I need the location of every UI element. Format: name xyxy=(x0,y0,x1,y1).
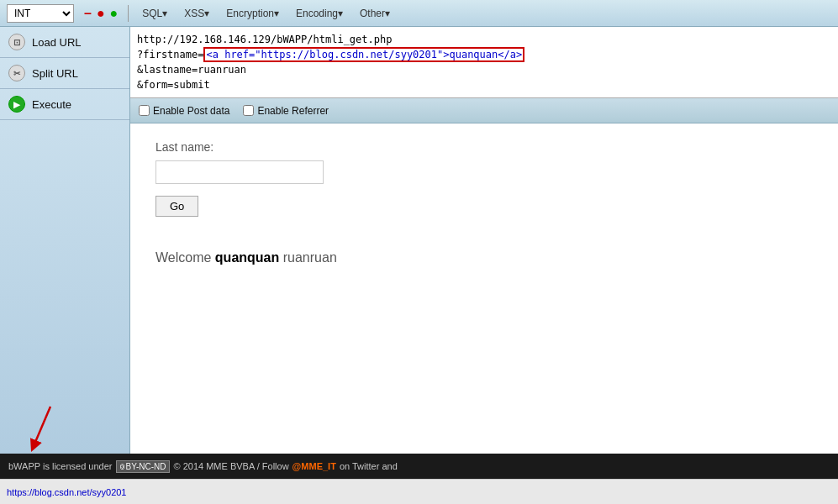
enable-referrer-text: Enable Referrer xyxy=(257,105,329,117)
enable-post-checkbox[interactable] xyxy=(139,105,150,116)
welcome-text: Welcome quanquan ruanruan xyxy=(155,250,813,265)
content-wrapper: http://192.168.146.129/bWAPP/htmli_get.p… xyxy=(130,27,838,454)
encryption-menu[interactable]: Encryption▾ xyxy=(223,6,282,21)
url-bar: http://192.168.146.129/bWAPP/htmli_get.p… xyxy=(130,27,838,98)
footer: bWAPP is licensed under 🄯 BY-NC-ND © 201… xyxy=(0,454,838,479)
execute-icon: ▶ xyxy=(8,96,25,113)
status-bar: https://blog.csdn.net/syy0201 xyxy=(0,479,838,504)
sidebar-item-load-url[interactable]: ⊡ Load URL xyxy=(0,27,129,58)
go-button[interactable]: Go xyxy=(155,196,198,217)
options-bar: Enable Post data Enable Referrer xyxy=(130,98,838,123)
url-line3: &lastname=ruanruan xyxy=(137,62,831,77)
url-highlight: <a href="https://blog.csdn.net/syy0201">… xyxy=(203,47,524,62)
dot-green-icon: ● xyxy=(110,6,119,21)
int-select[interactable]: INT STR xyxy=(7,4,74,23)
badge-nc-text: BY-NC-ND xyxy=(126,462,166,471)
footer-text2: © 2014 MME BVBA / Follow xyxy=(173,461,288,471)
footer-twitter-link[interactable]: @MME_IT xyxy=(293,461,336,471)
url-prefix: ?firstname= xyxy=(137,49,203,60)
lastname-input[interactable] xyxy=(155,160,324,184)
enable-post-text: Enable Post data xyxy=(153,105,229,117)
url-line2: ?firstname=<a href="https://blog.csdn.ne… xyxy=(137,47,831,62)
footer-license-badge: 🄯 BY-NC-ND xyxy=(116,460,171,473)
execute-label: Execute xyxy=(32,98,71,111)
sidebar-item-execute[interactable]: ▶ Execute xyxy=(0,89,129,120)
welcome-bold: quanquan xyxy=(215,250,279,265)
cc-icon: 🄯 xyxy=(120,462,124,471)
page-content: Last name: Go Welcome quanquan ruanruan xyxy=(130,123,838,454)
encoding-menu[interactable]: Encoding▾ xyxy=(293,6,346,21)
enable-post-label[interactable]: Enable Post data xyxy=(139,105,229,117)
sidebar-item-split-url[interactable]: ✂ Split URL xyxy=(0,58,129,89)
url-line1: http://192.168.146.129/bWAPP/htmli_get.p… xyxy=(137,32,831,47)
toolbar: INT STR – ● ● SQL▾ XSS▾ Encryption▾ Enco… xyxy=(0,0,838,27)
toolbar-divider xyxy=(128,5,129,22)
footer-text1: bWAPP is licensed under xyxy=(8,461,113,471)
load-url-icon: ⊡ xyxy=(8,34,25,50)
sql-menu[interactable]: SQL▾ xyxy=(139,6,171,21)
xss-menu[interactable]: XSS▾ xyxy=(181,6,213,21)
other-menu[interactable]: Other▾ xyxy=(356,6,393,21)
split-url-icon: ✂ xyxy=(8,65,25,81)
welcome-prefix: Welcome xyxy=(155,250,215,265)
enable-referrer-checkbox[interactable] xyxy=(243,105,254,116)
dot-red-icon: – xyxy=(84,6,92,21)
sidebar: ⊡ Load URL ✂ Split URL ▶ Execute xyxy=(0,27,130,454)
load-url-label: Load URL xyxy=(32,36,82,49)
welcome-suffix: ruanruan xyxy=(279,250,337,265)
form-label: Last name: xyxy=(155,140,813,154)
footer-text3: on Twitter and xyxy=(340,461,398,471)
enable-referrer-label[interactable]: Enable Referrer xyxy=(243,105,329,117)
split-url-label: Split URL xyxy=(32,67,78,80)
url-line4: &form=submit xyxy=(137,77,831,92)
status-url: https://blog.csdn.net/syy0201 xyxy=(7,487,126,497)
dot-red2-icon: ● xyxy=(97,6,105,21)
